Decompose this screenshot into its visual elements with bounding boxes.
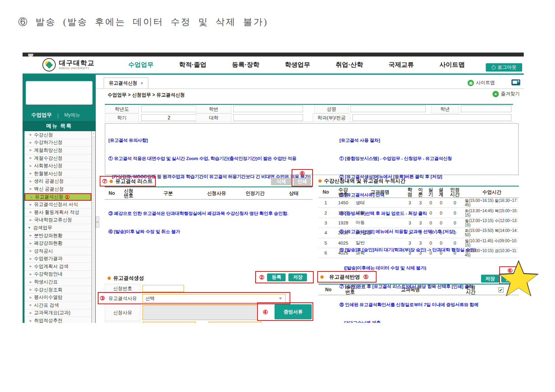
nav-sitemap[interactable]: 사이트맵: [439, 61, 465, 69]
save-button[interactable]: 저장: [288, 273, 307, 281]
annotation-7: ⑦: [102, 178, 107, 185]
arrow-icon: ▶: [30, 219, 32, 222]
delete-button[interactable]: 삭제: [271, 178, 292, 185]
sidebar-item-course-outline[interactable]: ▶교과목개요(교과): [25, 309, 91, 317]
sidebar-item-aptitude[interactable]: ▶취업적성추천: [25, 317, 91, 323]
col-no: No: [318, 285, 338, 295]
apply-save-button[interactable]: 저장: [481, 275, 499, 283]
list-title-annotation-box: ⑦ 유고결석 리스트: [100, 176, 156, 187]
col-no: No: [318, 187, 333, 198]
nav-course-work[interactable]: 수업업무: [128, 61, 153, 69]
breadcrumb: 수업업무 > 신청업무 > 유고결석신청: [108, 92, 185, 98]
table-row[interactable]: 31928아동33000월(12:00~13:15) 수(12:00~13:15…: [318, 218, 519, 228]
sidebar-item-sugang-lookup[interactable]: ▶수강신청조회: [25, 286, 91, 294]
sidebar-item-grade-posting[interactable]: ▶성적공시: [25, 247, 91, 255]
sidebar-item-absence-form[interactable]: ▶유고결석신청서 서식: [25, 201, 91, 209]
reason-type-label: 유고결석사유: [105, 293, 140, 303]
sidebar-item-service-record[interactable]: ▶봉사이수열람: [25, 294, 91, 302]
table-row[interactable]: 42026DU실용22000화(15:00~15:50) 목(14:00~14:…: [318, 228, 519, 238]
sitemap-link[interactable]: ▦ 사이트맵: [468, 79, 495, 86]
table-row[interactable]: 21927생명33000화(13:30~14:45) 목(15:00~16:15…: [318, 208, 519, 218]
name-input[interactable]: [350, 106, 426, 112]
request-no-input[interactable]: [142, 285, 184, 292]
sidebar-tab-coursework[interactable]: 수업업무: [31, 111, 52, 119]
sidebar-item-blood-service[interactable]: ▶헌혈봉사신청: [25, 170, 91, 178]
sidebar-item-student-timetable[interactable]: ▶학생시간표: [25, 278, 91, 286]
page-title: ⑥ 발송 (발송 후에는 데이터 수정 및 삭제 불가): [18, 16, 268, 28]
register-button[interactable]: 등록: [267, 273, 286, 281]
nav-student-affairs[interactable]: 학생업무: [285, 61, 310, 69]
sidebar-item-sugang-permit[interactable]: ▶수강허가신청: [25, 139, 91, 147]
sidebar-item-menstrual-absence[interactable]: ▶생리 공결신청: [25, 178, 91, 186]
dept-input[interactable]: [352, 114, 511, 121]
sidebar-item-domestic-credit[interactable]: ▶국내학점교류신청: [25, 217, 91, 224]
university-logo[interactable]: 대구대학교 DAEGU UNIVERSITY: [42, 58, 95, 72]
period-end-input[interactable]: [208, 322, 262, 323]
student-id-label: 학번: [196, 105, 231, 113]
table-row[interactable]: 54025일반33000월(10:30~11:45) 수(09:00~10:15…: [318, 238, 519, 248]
sidebar-tab-mymenu[interactable]: My메뉴: [64, 112, 80, 119]
col-reason: 신청사유: [198, 187, 235, 199]
scroll-up-icon[interactable]: ^: [92, 131, 95, 137]
nav-employment[interactable]: 취업·산학: [336, 61, 363, 69]
col-type: 구분: [138, 187, 198, 199]
arrow-icon: ▶: [30, 303, 32, 307]
col-course-name: 교과목명: [362, 285, 459, 295]
sidebar-section-search[interactable]: ▼검색업무: [25, 224, 91, 232]
sidebar-item-vaccine-absence[interactable]: ▶백신 공결신청: [25, 185, 91, 193]
col-period: 인정기간: [235, 187, 275, 199]
annotation-8: ⑧: [292, 170, 312, 177]
sidebar-item-service-plan[interactable]: ▶봉사 활동계획서 작성: [25, 209, 91, 217]
table-row[interactable]: 64026과학33000금(09:00~10:15) 금(10:30~11:45…: [318, 248, 519, 258]
sidebar-info-box: [26, 81, 93, 105]
tab-close-icon[interactable]: ×: [140, 81, 143, 86]
arrow-icon: ▶: [30, 203, 32, 206]
sidebar-item-sugang[interactable]: ▶수강신청: [25, 131, 91, 139]
arrow-icon: ▶: [30, 311, 32, 315]
col-theory: 이 론: [415, 187, 426, 198]
reason-type-select[interactable]: 선택: [142, 294, 286, 303]
sidebar-item-closed-courses[interactable]: ▶폐강강좌현황: [25, 239, 91, 247]
sidebar-item-timetable-search[interactable]: ▶시간표 검색: [25, 302, 91, 309]
logout-button[interactable]: 로그아웃: [486, 63, 522, 72]
sidebar-item-seasonal-sugang[interactable]: ▶계절수강신청: [25, 155, 91, 162]
arrow-icon: ▶: [30, 249, 32, 253]
select-all-checkbox[interactable]: ✔: [498, 287, 504, 292]
sidebar-item-excused-absence[interactable]: ▶유고결석신청①: [25, 193, 91, 201]
college-label: 대학: [196, 113, 231, 122]
sidebar: 수업업무 | My메뉴 메뉴 목록 ▶수강신청 ▶수강허가신청 ▶계절희망신청 …: [23, 75, 96, 323]
create-buttons-annotation-box: ② 등록 저장: [255, 271, 314, 283]
college-input[interactable]: [233, 114, 303, 121]
arrow-icon: ▶: [30, 156, 32, 160]
year-input[interactable]: [141, 106, 197, 112]
semester-label: 학기: [105, 113, 139, 122]
grade-input[interactable]: [461, 106, 511, 112]
close-all-windows-icon[interactable]: [511, 79, 520, 85]
sidebar-item-credit-guide[interactable]: ▶수강학점안내: [25, 271, 91, 279]
page-tab[interactable]: 유고결석신청 ×: [104, 77, 148, 89]
col-practice: 실 기: [426, 187, 436, 198]
semester-input[interactable]: [141, 114, 197, 121]
sidebar-item-seasonal-hope[interactable]: ▶계절희망신청: [25, 147, 91, 155]
list-section-title: 유고결석 리스트: [115, 178, 153, 185]
period-separator: ~: [201, 322, 203, 323]
sidebar-collapse-handle[interactable]: <: [96, 217, 99, 228]
sidebar-scrollbar[interactable]: ^: [92, 131, 96, 323]
sidebar-menu: ▶수강신청 ▶수강허가신청 ▶계절희망신청 ▶계절수강신청 ▶사회봉사신청 ▶헌…: [25, 131, 92, 323]
favorites-link[interactable]: ★ 즐겨찾기: [492, 90, 520, 97]
nav-registration-scholarship[interactable]: 등록·장학: [232, 61, 259, 69]
header-divider: [23, 74, 524, 75]
table-row[interactable]: 11450생태33000월(15:00~16:15) 월(16:30~17:45…: [318, 198, 519, 208]
col-req-no: 신청 번호: [119, 187, 138, 199]
student-id-input[interactable]: [233, 106, 303, 112]
sidebar-item-syllabus-search[interactable]: ▶수업계획서 검색: [25, 263, 91, 271]
reason-input[interactable]: [142, 305, 258, 320]
sidebar-item-eval-results[interactable]: ▶수업평가결과: [25, 255, 91, 263]
sidebar-item-social-service[interactable]: ▶사회봉사신청: [25, 162, 91, 170]
bullet-icon: [318, 179, 322, 183]
nav-records-graduation[interactable]: 학적·졸업: [179, 61, 206, 69]
sidebar-item-class-sections[interactable]: ▶분반강좌현황: [25, 232, 91, 240]
attachment-button[interactable]: 증빙서류: [275, 304, 312, 319]
nav-international[interactable]: 국제교류: [388, 61, 414, 69]
period-start-input[interactable]: [142, 322, 196, 323]
